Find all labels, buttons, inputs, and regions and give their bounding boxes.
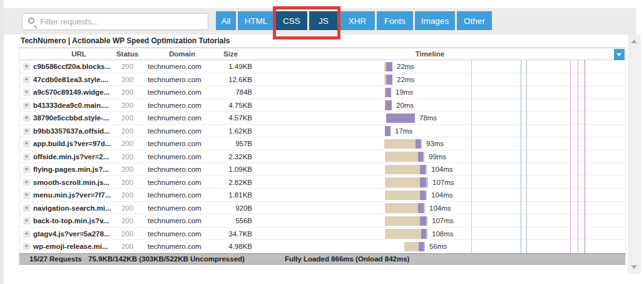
- filter-requests-input[interactable]: [40, 14, 203, 29]
- bar-segment-purple: [416, 139, 421, 149]
- request-size: 4.57KB: [202, 114, 252, 122]
- expand-row-icon[interactable]: +: [23, 102, 30, 109]
- vertical-scrollbar[interactable]: [628, 34, 641, 274]
- request-size: 4.98KB: [202, 243, 252, 250]
- request-status: 200: [110, 204, 145, 212]
- table-row[interactable]: + 38790e5ccbbd.style-... 200 technumero.…: [19, 112, 625, 125]
- filter-button-other[interactable]: Other: [457, 11, 492, 30]
- request-size: 784B: [202, 88, 252, 96]
- expand-row-icon[interactable]: +: [23, 63, 30, 70]
- timeline-event-marker: [585, 60, 585, 253]
- table-row[interactable]: + back-to-top.min.js?v... 200 technumero…: [19, 214, 625, 228]
- column-header-timeline[interactable]: Timeline: [305, 50, 555, 58]
- timeline-bar: [385, 126, 391, 136]
- table-row[interactable]: + gtagv4.js?ver=5a278... 200 technumero.…: [19, 228, 625, 241]
- table-row[interactable]: + smooth-scroll.min.js... 200 technumero…: [19, 176, 625, 189]
- request-url: b41333dea9c0.main....: [33, 102, 115, 109]
- bar-segment-gray: [426, 229, 427, 239]
- expand-row-icon[interactable]: +: [23, 140, 30, 147]
- expand-row-icon[interactable]: +: [23, 218, 30, 224]
- expand-row-icon[interactable]: +: [23, 243, 30, 250]
- timeline-bar: [385, 191, 427, 201]
- timeline-options-dropdown-button[interactable]: [614, 49, 625, 60]
- table-row[interactable]: + offside.min.js?ver=2... 200 technumero…: [19, 150, 625, 164]
- expand-row-icon[interactable]: +: [23, 154, 30, 160]
- request-size: 34.7KB: [202, 230, 252, 238]
- filter-button-fonts[interactable]: Fonts: [377, 11, 413, 30]
- request-status: 200: [110, 153, 145, 160]
- bar-segment-purple: [386, 62, 392, 72]
- bar-segment-gray: [426, 177, 428, 187]
- size-summary: 75.9KB/142KB (303KB/522KB Uncompressed): [88, 255, 245, 263]
- timeline-duration-label: 108ms: [432, 230, 454, 238]
- filter-requests-searchbox[interactable]: [22, 13, 208, 30]
- expand-row-icon[interactable]: +: [23, 115, 30, 122]
- request-size: 556B: [202, 217, 252, 224]
- search-icon: [28, 18, 34, 24]
- filter-button-xhr[interactable]: XHR: [340, 11, 375, 30]
- request-url: wp-emoji-release.mi...: [33, 243, 115, 250]
- table-row[interactable]: + flying-pages.min.js?... 200 technumero…: [19, 163, 625, 176]
- bar-segment-purple: [385, 126, 391, 136]
- timeline-duration-label: 107ms: [432, 179, 454, 186]
- bar-segment-purple: [420, 177, 426, 187]
- request-size: 1.09KB: [202, 166, 252, 173]
- timeline-event-marker: [526, 60, 527, 253]
- table-row[interactable]: + wp-emoji-release.mi... 200 technumero.…: [19, 240, 625, 253]
- filter-button-html[interactable]: HTML: [238, 11, 274, 30]
- request-size: 920B: [202, 204, 252, 212]
- timeline-duration-label: 104ms: [431, 166, 453, 173]
- request-url: 47cdb0e81ea3.style....: [33, 76, 115, 83]
- scroll-down-icon[interactable]: [631, 265, 637, 269]
- filter-button-all[interactable]: All: [216, 11, 236, 30]
- request-status: 200: [110, 63, 145, 70]
- column-header-size[interactable]: Size: [201, 50, 260, 58]
- expand-row-icon[interactable]: +: [23, 192, 30, 199]
- bar-segment-purple: [386, 75, 392, 85]
- table-row[interactable]: + navigation-search.mi... 200 technumero…: [19, 202, 625, 215]
- expand-row-icon[interactable]: +: [23, 166, 30, 173]
- column-header-status[interactable]: Status: [110, 50, 145, 58]
- expand-row-icon[interactable]: +: [23, 179, 30, 186]
- table-row[interactable]: + c9b586ccf20a.blocks... 200 technumero.…: [19, 60, 625, 73]
- request-status: 200: [110, 179, 145, 186]
- expand-row-icon[interactable]: +: [23, 128, 30, 135]
- bar-segment-purple: [386, 88, 391, 98]
- expand-row-icon[interactable]: +: [23, 76, 30, 83]
- filter-button-js[interactable]: JS: [309, 11, 338, 30]
- timeline-event-marker: [578, 60, 578, 253]
- filter-button-css[interactable]: CSS: [276, 11, 307, 30]
- timeline-bar: [385, 177, 428, 187]
- request-status: 200: [110, 230, 145, 238]
- request-url: gtagv4.js?ver=5a278...: [33, 230, 115, 238]
- filter-button-images[interactable]: Images: [415, 11, 455, 30]
- timeline-bar: [385, 88, 391, 98]
- table-row[interactable]: + 47cdb0e81ea3.style.... 200 technumero.…: [19, 73, 625, 87]
- expand-row-icon[interactable]: +: [23, 231, 30, 238]
- timeline-duration-label: 99ms: [429, 153, 446, 160]
- table-row[interactable]: + app.build.js?ver=97d... 200 technumero…: [19, 137, 625, 150]
- request-url: navigation-search.mi...: [33, 204, 115, 212]
- request-status: 200: [110, 114, 145, 122]
- timeline-duration-label: 107ms: [432, 217, 454, 224]
- bar-segment-beige: [385, 152, 418, 162]
- timeline-duration-label: 104ms: [431, 191, 453, 199]
- table-row[interactable]: + a9c570c89149.widge... 200 technumero.c…: [19, 86, 625, 99]
- request-status: 200: [110, 88, 145, 96]
- table-header-row: URL Status Domain Size Timeline: [19, 48, 625, 60]
- request-url: flying-pages.min.js?...: [33, 166, 115, 173]
- table-row[interactable]: + b41333dea9c0.main.... 200 technumero.c…: [19, 99, 625, 112]
- table-row[interactable]: + b9bb3357637a.offsid... 200 technumero.…: [19, 125, 625, 138]
- expand-row-icon[interactable]: +: [23, 89, 30, 96]
- request-status: 200: [110, 127, 145, 135]
- request-status: 200: [110, 76, 145, 83]
- summary-footer-bar: 15/27 Requests 75.9KB/142KB (303KB/522KB…: [19, 253, 625, 265]
- request-url: app.build.js?ver=97d...: [33, 140, 115, 147]
- expand-row-icon[interactable]: +: [23, 205, 30, 212]
- scroll-up-icon[interactable]: [631, 39, 637, 43]
- request-size: 12.6KB: [202, 76, 252, 83]
- timeline-duration-label: 22ms: [397, 63, 414, 70]
- bar-segment-purple: [420, 191, 426, 201]
- table-row[interactable]: + menu.min.js?ver=7f7... 200 technumero.…: [19, 189, 625, 202]
- bar-segment-gray: [426, 216, 427, 226]
